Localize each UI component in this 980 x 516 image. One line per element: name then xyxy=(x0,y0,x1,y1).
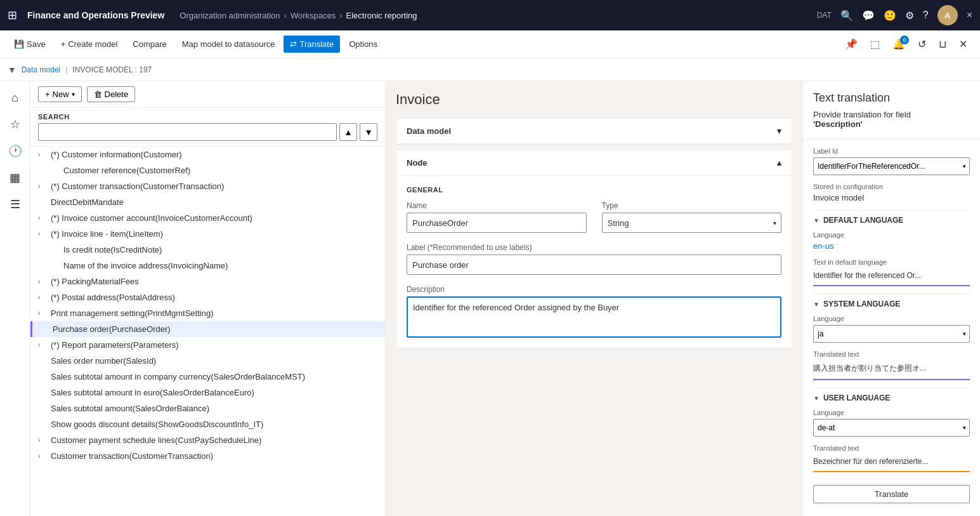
rp-subtitle: Provide translation for field 'Descripti… xyxy=(813,110,970,129)
search-down-button[interactable]: ▼ xyxy=(360,123,377,141)
user-lang-select[interactable]: de-at xyxy=(813,419,970,437)
node-accordion-body: GENERAL Name Type String ▾ xyxy=(396,176,792,348)
tree-expand-icon[interactable]: › xyxy=(38,437,48,444)
new-button[interactable]: + New ▾ xyxy=(38,86,82,102)
tree-item[interactable]: Sales order number(SalesId) xyxy=(30,353,385,369)
search-input[interactable] xyxy=(38,123,337,141)
system-translated-underline xyxy=(813,379,970,380)
type-select[interactable]: String xyxy=(602,213,782,233)
tree-expand-icon[interactable]: › xyxy=(38,151,48,158)
tree-item[interactable]: Sales subtotal amount in euro(SalesOrder… xyxy=(30,385,385,400)
data-model-accordion: Data model ▾ xyxy=(396,118,792,145)
nav-workspaces[interactable]: Workspaces xyxy=(291,11,336,20)
compare-button[interactable]: Compare xyxy=(126,36,173,53)
create-model-button[interactable]: + Create model xyxy=(55,36,124,53)
data-model-accordion-header[interactable]: Data model ▾ xyxy=(396,119,792,144)
system-translated-value: 購入担当者が割り当てた参照オ... xyxy=(813,361,970,376)
notification-icon[interactable]: 🔔 0 xyxy=(887,34,910,54)
tree-item[interactable]: ›(*) Customer transaction(CustomerTransa… xyxy=(30,178,385,194)
default-lang-collapse-icon: ▼ xyxy=(813,217,820,224)
pin-icon[interactable]: 📌 xyxy=(840,34,863,54)
tree-item[interactable]: ›(*) Invoice line - item(LineItem) xyxy=(30,226,385,242)
default-language-header[interactable]: ▼ DEFAULT LANGUAGE xyxy=(813,216,970,225)
tree-item[interactable]: Name of the invoice address(InvoicingNam… xyxy=(30,258,385,274)
filter-icon[interactable]: ▼ xyxy=(8,65,16,75)
tree-expand-icon[interactable]: › xyxy=(38,278,48,285)
tree-item[interactable]: DirectDebitMandate xyxy=(30,194,385,210)
refresh-icon[interactable]: ↺ xyxy=(913,34,931,54)
expand-icon[interactable]: ⬚ xyxy=(865,34,885,54)
open-new-icon[interactable]: ⊔ xyxy=(934,34,951,54)
system-lang-select-wrap: ja ▾ xyxy=(813,325,970,343)
emoji-icon[interactable]: 🙂 xyxy=(884,10,896,22)
save-button[interactable]: 💾 Save xyxy=(8,36,52,53)
tree-item[interactable]: ›(*) Report parameters(Parameters) xyxy=(30,337,385,353)
label-id-select[interactable]: IdentifierForTheReferencedOr... xyxy=(813,157,970,175)
system-lang-collapse-icon: ▼ xyxy=(813,301,820,308)
sidebar-list-icon[interactable]: ☰ xyxy=(5,192,25,216)
name-input[interactable] xyxy=(407,213,587,233)
options-button[interactable]: Options xyxy=(343,36,384,53)
label-id-label: Label Id xyxy=(813,147,970,155)
sidebar-recent-icon[interactable]: 🕐 xyxy=(3,139,27,163)
system-language-header[interactable]: ▼ SYSTEM LANGUAGE xyxy=(813,300,970,308)
tree-item-label: (*) Postal address(PostalAddress) xyxy=(51,293,175,302)
cmd-right-actions: 📌 ⬚ 🔔 0 ↺ ⊔ ✕ xyxy=(840,34,972,54)
tree-item[interactable]: ›(*) Invoice customer account(InvoiceCus… xyxy=(30,210,385,226)
label-field-input[interactable] xyxy=(407,255,781,275)
tree-item[interactable]: Customer reference(CustomerRef) xyxy=(30,162,385,178)
sidebar-home-icon[interactable]: ⌂ xyxy=(6,86,23,110)
data-model-link[interactable]: Data model xyxy=(22,65,60,74)
close-window-icon[interactable]: × xyxy=(967,10,972,21)
content-title: Invoice xyxy=(396,91,792,108)
tree-item-label: (*) Invoice line - item(LineItem) xyxy=(51,229,163,239)
tree-item-label: DirectDebitMandate xyxy=(51,197,124,207)
stored-in-config-field: Stored in configuration Invoice model xyxy=(813,183,970,202)
tree-item[interactable]: ›Customer transaction(CustomerTransactio… xyxy=(30,448,385,464)
user-translated-field: Translated text Bezeichner für den refer… xyxy=(813,444,970,472)
bc-separator: | xyxy=(65,65,67,74)
description-textarea[interactable]: Identifier for the referenced Order assi… xyxy=(407,296,781,338)
search-up-button[interactable]: ▲ xyxy=(339,123,357,141)
help-icon[interactable]: ? xyxy=(923,10,929,21)
sidebar-modules-icon[interactable]: ▦ xyxy=(4,166,25,190)
nav-org-admin[interactable]: Organization administration xyxy=(180,11,280,20)
translate-button[interactable]: ⇄ Translate xyxy=(284,36,340,53)
node-accordion-header[interactable]: Node ▴ xyxy=(396,150,792,176)
tree-item[interactable]: ›Print management setting(PrintMgmtSetti… xyxy=(30,305,385,321)
tree-expand-icon[interactable]: › xyxy=(38,294,48,301)
delete-button[interactable]: 🗑 Delete xyxy=(87,86,136,102)
tree-item[interactable]: ›(*) PackingMaterialFees xyxy=(30,274,385,289)
tree-expand-icon[interactable]: › xyxy=(38,230,48,237)
nav-electronic-reporting[interactable]: Electronic reporting xyxy=(346,11,417,20)
tree-item[interactable]: Show goods discount details(ShowGoodsDis… xyxy=(30,416,385,432)
sidebar-favorites-icon[interactable]: ☆ xyxy=(5,112,25,136)
tree-item[interactable]: ›Customer payment schedule lines(CustPay… xyxy=(30,432,385,448)
user-language-header[interactable]: ▼ USER LANGUAGE xyxy=(813,394,970,402)
close-panel-icon[interactable]: ✕ xyxy=(954,34,972,54)
tree-expand-icon[interactable]: › xyxy=(38,215,48,222)
search-nav-icon[interactable]: 🔍 xyxy=(840,10,853,22)
app-grid-icon[interactable]: ⊞ xyxy=(8,8,17,22)
tree-expand-icon[interactable]: › xyxy=(38,310,48,317)
tree-item[interactable]: ›(*) Postal address(PostalAddress) xyxy=(30,289,385,305)
translate-submit-button[interactable]: Translate xyxy=(813,485,970,503)
tree-item[interactable]: Sales subtotal amount(SalesOrderBalance) xyxy=(30,400,385,416)
system-lang-select[interactable]: ja xyxy=(813,325,970,343)
default-lang-value[interactable]: en-us xyxy=(813,241,970,251)
tree-item[interactable]: ›(*) Customer information(Customer) xyxy=(30,147,385,162)
section-divider-1 xyxy=(813,210,970,211)
tree-item[interactable]: Sales subtotal amount in company currenc… xyxy=(30,369,385,385)
user-lang-select-wrap: de-at ▾ xyxy=(813,419,970,437)
tree-expand-icon[interactable]: › xyxy=(38,341,48,348)
chat-icon[interactable]: 💬 xyxy=(862,10,875,22)
map-model-button[interactable]: Map model to datasource xyxy=(176,36,282,53)
tree-panel: + New ▾ 🗑 Delete SEARCH ▲ ▼ ›(*) Custome… xyxy=(30,81,386,516)
tree-item-label: Sales subtotal amount in company currenc… xyxy=(51,372,305,381)
tree-expand-icon[interactable]: › xyxy=(38,453,48,460)
tree-item[interactable]: Purchase order(PurchaseOrder) xyxy=(30,321,385,337)
tree-expand-icon[interactable]: › xyxy=(38,183,48,190)
tree-item[interactable]: Is credit note(IsCreditNote) xyxy=(30,242,385,258)
user-avatar[interactable]: A xyxy=(938,5,958,25)
settings-icon[interactable]: ⚙ xyxy=(905,10,914,22)
